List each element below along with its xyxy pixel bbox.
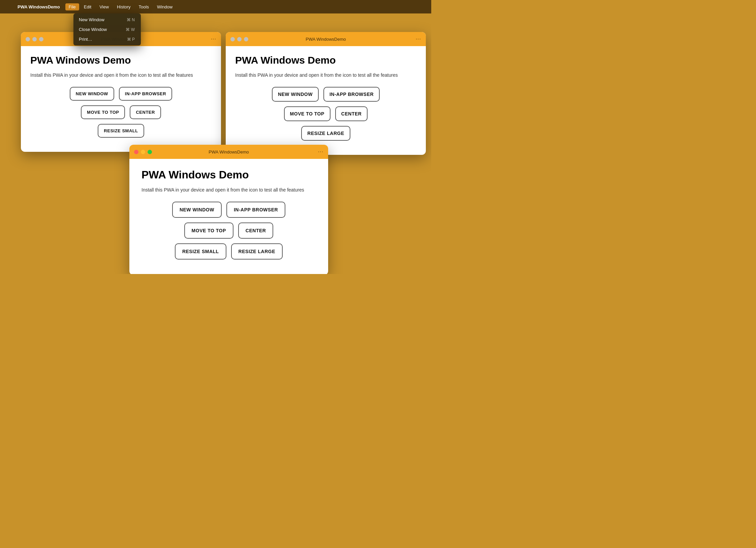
buttons-row-2-1: NEW WINDOW IN-APP BROWSER: [235, 87, 416, 102]
menu-history[interactable]: History: [114, 3, 134, 10]
btn-resize-large-3[interactable]: RESIZE LARGE: [231, 243, 283, 260]
window-content-2: PWA Windows Demo Install this PWA in you…: [226, 46, 426, 155]
menu-bar: PWA WindowsDemo File Edit View History T…: [0, 0, 431, 13]
btn-inapp-browser-2[interactable]: IN-APP BROWSER: [323, 87, 380, 102]
btn-inapp-browser-1[interactable]: IN-APP BROWSER: [119, 87, 172, 101]
menu-new-window[interactable]: New Window ⌘ N: [73, 15, 141, 25]
tl-red-2: [230, 37, 235, 41]
window-title-3: PWA WindowsDemo: [209, 149, 249, 155]
new-window-shortcut: ⌘ N: [127, 18, 135, 22]
traffic-lights-1: [26, 37, 43, 41]
more-options-1[interactable]: ···: [211, 36, 216, 42]
pwa-window-2: PWA WindowsDemo ··· PWA Windows Demo Ins…: [226, 32, 426, 155]
print-shortcut: ⌘ P: [127, 37, 135, 42]
menu-tools[interactable]: Tools: [135, 3, 152, 10]
tl-yellow-3[interactable]: [141, 150, 145, 154]
menu-close-window[interactable]: Close Window ⌘ W: [73, 25, 141, 34]
pwa-window-1: PWA WindowsDemo ··· PWA Windows Demo Ins…: [21, 32, 221, 152]
tl-yellow-2: [237, 37, 242, 41]
window-heading-3: PWA Windows Demo: [141, 168, 316, 181]
window-subtext-2: Install this PWA in your device and open…: [235, 72, 416, 79]
btn-move-top-1[interactable]: MOVE TO TOP: [81, 105, 125, 119]
btn-resize-small-3[interactable]: RESIZE SMALL: [175, 243, 226, 260]
traffic-lights-3: [134, 150, 152, 154]
btn-resize-small-1[interactable]: RESIZE SMALL: [98, 124, 144, 138]
btn-new-window-3[interactable]: NEW WINDOW: [172, 202, 222, 218]
menu-view[interactable]: View: [96, 3, 112, 10]
file-dropdown-menu: New Window ⌘ N Close Window ⌘ W Print… ⌘…: [73, 13, 141, 45]
menu-edit[interactable]: Edit: [81, 3, 95, 10]
tl-red-3[interactable]: [134, 150, 138, 154]
tl-green-3[interactable]: [148, 150, 152, 154]
tl-red-1: [26, 37, 30, 41]
btn-move-top-2[interactable]: MOVE TO TOP: [284, 106, 330, 121]
buttons-row-3-3: RESIZE SMALL RESIZE LARGE: [141, 243, 316, 260]
btn-center-3[interactable]: CENTER: [238, 222, 274, 239]
buttons-row-1-2: MOVE TO TOP CENTER: [30, 105, 212, 119]
apple-menu-icon[interactable]: [4, 3, 11, 10]
btn-new-window-2[interactable]: NEW WINDOW: [272, 87, 319, 102]
menu-print[interactable]: Print… ⌘ P: [73, 34, 141, 44]
btn-inapp-browser-3[interactable]: IN-APP BROWSER: [226, 202, 285, 218]
buttons-row-2-2: MOVE TO TOP CENTER: [235, 106, 416, 121]
buttons-row-2-3: RESIZE LARGE: [235, 126, 416, 141]
tl-yellow-1: [32, 37, 37, 41]
buttons-row-1-3: RESIZE SMALL: [30, 124, 212, 138]
more-options-3[interactable]: ···: [318, 149, 323, 155]
new-window-label: New Window: [79, 17, 104, 22]
buttons-row-3-2: MOVE TO TOP CENTER: [141, 222, 316, 239]
traffic-lights-2: [230, 37, 248, 41]
print-label: Print…: [79, 37, 92, 42]
pwa-window-3: PWA WindowsDemo ··· PWA Windows Demo Ins…: [129, 145, 328, 274]
titlebar-2: PWA WindowsDemo ···: [226, 32, 426, 46]
window-subtext-3: Install this PWA in your device and open…: [141, 186, 316, 194]
buttons-row-1-1: NEW WINDOW IN-APP BROWSER: [30, 87, 212, 101]
btn-new-window-1[interactable]: NEW WINDOW: [70, 87, 114, 101]
btn-center-1[interactable]: CENTER: [130, 105, 161, 119]
btn-center-2[interactable]: CENTER: [335, 106, 368, 121]
window-subtext-1: Install this PWA in your device and open…: [30, 72, 212, 79]
window-heading-2: PWA Windows Demo: [235, 54, 416, 66]
buttons-row-3-1: NEW WINDOW IN-APP BROWSER: [141, 202, 316, 218]
menu-file[interactable]: File: [65, 3, 79, 10]
tl-green-1: [39, 37, 43, 41]
window-content-3: PWA Windows Demo Install this PWA in you…: [129, 159, 328, 274]
window-heading-1: PWA Windows Demo: [30, 54, 212, 66]
app-name-label: PWA WindowsDemo: [15, 3, 63, 10]
titlebar-3: PWA WindowsDemo ···: [129, 145, 328, 159]
window-content-1: PWA Windows Demo Install this PWA in you…: [21, 46, 221, 152]
window-title-2: PWA WindowsDemo: [306, 37, 346, 42]
btn-resize-large-2[interactable]: RESIZE LARGE: [301, 126, 350, 141]
more-options-2[interactable]: ···: [416, 36, 421, 42]
tl-green-2: [244, 37, 248, 41]
close-window-label: Close Window: [79, 27, 107, 32]
menu-window[interactable]: Window: [154, 3, 176, 10]
btn-move-top-3[interactable]: MOVE TO TOP: [184, 222, 233, 239]
close-window-shortcut: ⌘ W: [126, 27, 135, 32]
